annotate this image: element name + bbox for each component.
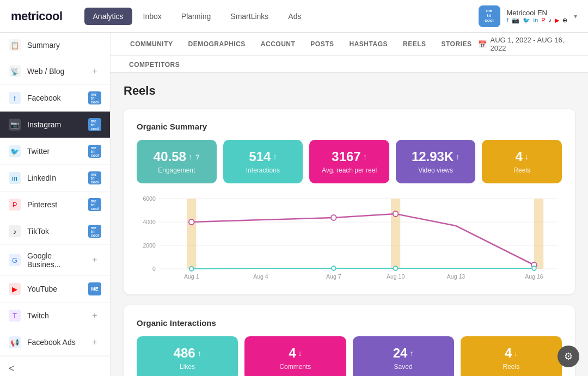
metric-arrow: ↑ — [409, 349, 413, 357]
metric-value: 4 ↓ — [289, 346, 302, 361]
sub-tab-posts[interactable]: POSTS — [304, 37, 340, 51]
sidebar-add-twitch[interactable]: + — [88, 309, 101, 322]
chart-svg: 6000 4000 2000 0 — [141, 194, 558, 281]
organic-summary-metric-engagement: 40.58 ↑ ? Engagement — [137, 140, 217, 183]
svg-text:Aug 7: Aug 7 — [326, 273, 341, 280]
nav-item-analytics[interactable]: Analytics — [84, 8, 132, 25]
sidebar-label-facebook-ads: Facebook Ads — [27, 338, 82, 347]
sidebar-add-web-blog[interactable]: + — [88, 65, 101, 78]
sidebar-item-linkedin[interactable]: inLinkedInmetricool — [0, 165, 110, 192]
competitors-tab[interactable]: COMPETITORS — [124, 59, 185, 71]
organic-summary-chart: 6000 4000 2000 0 — [137, 194, 562, 281]
sidebar-item-instagram[interactable]: 📷Instagrammetricool — [0, 112, 110, 138]
svg-point-18 — [532, 266, 536, 270]
date-range-text[interactable]: AUG 1, 2022 - AUG 16, 2022 — [490, 36, 575, 52]
sidebar-item-youtube[interactable]: ▶YouTubeME — [0, 276, 110, 303]
svg-point-15 — [189, 267, 194, 271]
organic-summary-card: Organic Summary 40.58 ↑ ? Engagement 514… — [124, 109, 575, 294]
calendar-icon: 📅 — [478, 40, 487, 48]
nav-item-smartlinks[interactable]: SmartLinks — [222, 8, 277, 25]
sidebar-label-summary: Summary — [27, 41, 101, 50]
sub-tab-community[interactable]: COMMUNITY — [124, 37, 180, 51]
nav-item-ads[interactable]: Ads — [279, 8, 310, 25]
sub-tab-stories[interactable]: STORIES — [435, 37, 479, 51]
sidebar-item-web-blog[interactable]: 📡Web / Blog+ — [0, 58, 110, 85]
page-title: Reels — [124, 84, 575, 98]
date-range: 📅 AUG 1, 2022 - AUG 16, 2022 — [478, 36, 575, 52]
social-icons: f 📷 🐦 in P ♪ ▶ ⊕ — [507, 17, 567, 24]
sub-tab-reels[interactable]: REELS — [396, 37, 433, 51]
logo: metricool — [11, 9, 63, 23]
sidebar-item-google-business[interactable]: GGoogle Busines...+ — [0, 245, 110, 276]
tt-icon: ♪ — [549, 17, 552, 23]
organic-interaction-metric-saved: 24 ↑ Saved — [353, 336, 454, 376]
top-nav: metricool AnalyticsInboxPlanningSmartLin… — [0, 0, 588, 33]
metric-value: 514 ↑ — [249, 149, 277, 164]
nav-item-inbox[interactable]: Inbox — [134, 8, 170, 25]
metric-label: Comments — [279, 363, 311, 371]
sidebar-me-youtube: ME — [88, 282, 101, 295]
profile-badge: me tri cool — [479, 5, 500, 27]
sidebar-icon-youtube: ▶ — [9, 283, 21, 295]
sidebar-icon-linkedin: in — [9, 172, 21, 184]
sub-tab-account[interactable]: ACCOUNT — [254, 37, 302, 51]
metric-arrow: ↓ — [298, 349, 302, 357]
pi-icon: P — [541, 17, 545, 23]
organic-interactions-title: Organic Interactions — [137, 318, 562, 328]
sidebar-avatar-linkedin: metricool — [88, 171, 101, 184]
dropdown-icon[interactable]: ▾ — [574, 13, 577, 20]
metric-label: Reels — [513, 167, 530, 174]
tw-icon: 🐦 — [523, 17, 530, 24]
sidebar-label-pinterest: Pinterest — [27, 200, 82, 209]
sidebar-label-google-business: Google Busines... — [27, 251, 82, 269]
metric-arrow: ↑ — [188, 152, 192, 161]
content-area: COMMUNITYDEMOGRAPHICSACCOUNTPOSTSHASHTAG… — [111, 33, 588, 376]
sub-nav: COMMUNITYDEMOGRAPHICSACCOUNTPOSTSHASHTAG… — [111, 33, 588, 56]
sub-tab-hashtags[interactable]: HASHTAGS — [343, 37, 394, 51]
sidebar-avatar-pinterest: metricool — [88, 198, 101, 211]
organic-interaction-metric-reels: 4 ↓ Reels — [461, 336, 562, 376]
sidebar-item-facebook-ads[interactable]: 📢Facebook Ads+ — [0, 329, 110, 356]
sidebar-avatar-facebook: metricool — [88, 91, 101, 104]
nav-item-planning[interactable]: Planning — [173, 8, 220, 25]
sidebar-item-summary[interactable]: 📋Summary — [0, 33, 110, 58]
metric-value: 486 ↑ — [174, 346, 201, 361]
sidebar-label-youtube: YouTube — [27, 285, 82, 293]
svg-rect-10 — [534, 199, 543, 269]
metric-label: Engagement — [158, 167, 195, 174]
sidebar-icon-web-blog: 📡 — [9, 65, 21, 77]
sidebar-label-facebook: Facebook — [27, 94, 82, 102]
sidebar-add-facebook-ads[interactable]: + — [88, 336, 101, 349]
sidebar-item-twitter[interactable]: 🐦Twittermetricool — [0, 138, 110, 165]
sidebar-items: 📋Summary📡Web / Blog+fFacebookmetricool📷I… — [0, 33, 110, 356]
svg-point-11 — [189, 219, 194, 225]
metric-value: 40.58 ↑ ? — [154, 149, 200, 164]
svg-text:Aug 4: Aug 4 — [253, 273, 268, 280]
organic-summary-title: Organic Summary — [137, 122, 562, 131]
metric-label: Avg. reach per reel — [322, 167, 377, 174]
gear-button[interactable]: ⚙ — [558, 346, 579, 367]
sidebar-item-tiktok[interactable]: ♪TikTokmetricool — [0, 218, 110, 245]
metric-value: 12.93K ↑ — [412, 149, 460, 164]
sidebar-icon-instagram: 📷 — [9, 119, 21, 131]
sidebar-item-twitch[interactable]: TTwitch+ — [0, 303, 110, 329]
main-layout: 📋Summary📡Web / Blog+fFacebookmetricool📷I… — [0, 33, 588, 376]
svg-text:Aug 16: Aug 16 — [525, 273, 543, 280]
sidebar-icon-pinterest: P — [9, 199, 21, 211]
sub-tab-demographics[interactable]: DEMOGRAPHICS — [182, 37, 252, 51]
sidebar-label-tiktok: TikTok — [27, 227, 82, 236]
sidebar-collapse-btn[interactable]: < — [0, 356, 110, 376]
svg-point-17 — [394, 266, 398, 270]
sidebar-item-facebook[interactable]: fFacebookmetricool — [0, 85, 110, 112]
nav-right: me tri cool Metricool EN f 📷 🐦 in P ♪ ▶ … — [479, 5, 577, 27]
profile-info-block: Metricool EN f 📷 🐦 in P ♪ ▶ ⊕ — [507, 9, 567, 24]
organic-summary-metrics: 40.58 ↑ ? Engagement 514 ↑ Interactions … — [137, 140, 562, 183]
svg-rect-8 — [187, 199, 196, 269]
sidebar-label-instagram: Instagram — [27, 120, 82, 129]
svg-point-16 — [332, 266, 336, 270]
sidebar-item-pinterest[interactable]: PPinterestmetricool — [0, 192, 110, 218]
organic-summary-metric-interactions: 514 ↑ Interactions — [223, 140, 303, 183]
svg-text:Aug 13: Aug 13 — [447, 273, 465, 280]
metric-label: Saved — [394, 363, 413, 371]
sidebar-add-google-business[interactable]: + — [88, 254, 101, 267]
